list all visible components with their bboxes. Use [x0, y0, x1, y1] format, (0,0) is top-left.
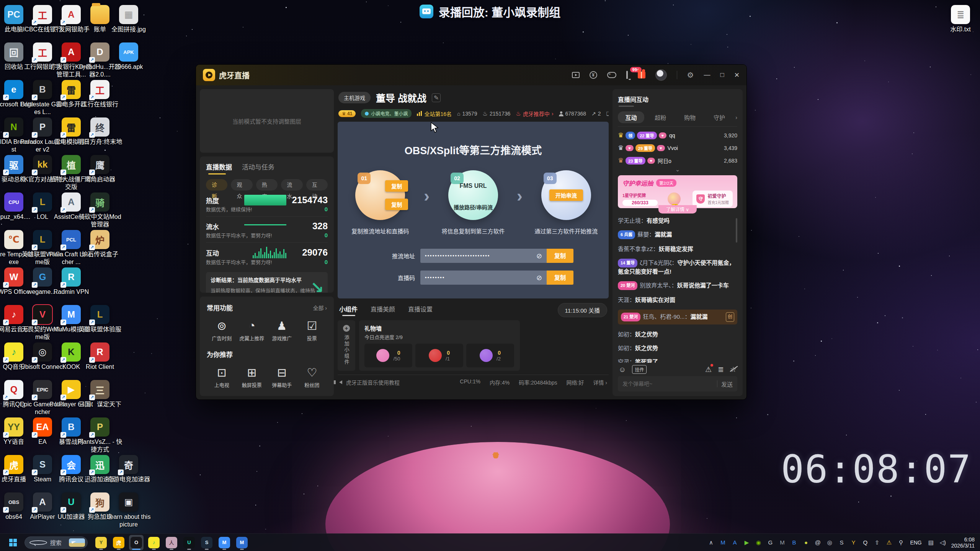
leaderboard-row-1[interactable]: ♛领22 董导♥qq3,920: [618, 129, 737, 142]
star-mute-icon[interactable]: ☆: [730, 365, 737, 374]
pill-4[interactable]: 互动: [306, 179, 328, 191]
desktop-icon-58[interactable]: ▣Learn about this picture: [106, 492, 152, 528]
pill-2[interactable]: 热度: [256, 179, 278, 191]
wave-tray[interactable]: M: [779, 539, 786, 546]
taskbar-app-uu-booster[interactable]: U: [182, 535, 196, 550]
recommended-function-0[interactable]: ⊡上电视: [207, 366, 237, 388]
vpn-warning-tray[interactable]: ⚠: [885, 539, 892, 546]
assist-tray[interactable]: A: [731, 539, 738, 546]
interaction-tab-0[interactable]: 互动: [618, 111, 644, 123]
taskbar-app-mumu-1[interactable]: M: [217, 535, 232, 550]
taskbar-app-obs[interactable]: O: [129, 535, 144, 550]
emoji-icon[interactable]: ☺: [619, 365, 626, 374]
recommended-function-2[interactable]: ⊟弹幕助手: [267, 366, 297, 388]
desktop-icon-46[interactable]: 鹰↗鹰角启动器: [77, 155, 123, 183]
category-badge[interactable]: 主机游戏: [338, 92, 371, 103]
taskbar-clock[interactable]: 6:08 2026/3/11: [951, 536, 975, 549]
income-icon[interactable]: ¥: [590, 71, 597, 79]
qq-tray[interactable]: Q: [862, 539, 869, 546]
eye-off-icon[interactable]: ⊘: [536, 274, 542, 282]
interaction-tab-2[interactable]: 购物: [677, 111, 703, 123]
chat-input[interactable]: [622, 381, 713, 387]
notifications-button[interactable]: 99+: [626, 72, 628, 78]
chat-settings-icon[interactable]: ≣: [718, 365, 724, 374]
minimize-button[interactable]: —: [704, 71, 710, 79]
tab-0[interactable]: 小组件: [339, 304, 358, 316]
bluetooth-tray[interactable]: B: [791, 539, 797, 546]
gift-tile-2[interactable]: 0/2: [466, 344, 514, 367]
desktop-icon-57[interactable]: 奇↗奇游电竞加速器: [106, 455, 152, 483]
interaction-tab-1[interactable]: 超粉: [647, 111, 674, 123]
taskbar-app-qq-music[interactable]: ♪: [147, 535, 161, 550]
chat-message-list[interactable]: 学无止境：有感觉吗6 兵酱蘇嬰：漏就漏香蕉不拿拿zZ：妖哥稳定发挥14 董导ζ月…: [618, 217, 737, 363]
copy-button[interactable]: 复制: [385, 180, 408, 192]
tray-expand[interactable]: ∧: [707, 539, 714, 546]
close-button[interactable]: ✕: [734, 71, 740, 79]
common-function-1[interactable]: ◔虎翼上推荐: [237, 319, 267, 342]
common-function-0[interactable]: ⊚广告时刻: [207, 319, 237, 342]
recommended-function-1[interactable]: ⊞触屏投票: [237, 366, 267, 388]
network-tray-icon[interactable]: ▤: [928, 539, 934, 546]
pill-0[interactable]: 诊断: [206, 179, 227, 191]
settings-gear-icon[interactable]: ⚙: [687, 70, 694, 80]
copy-field-button[interactable]: 复制: [547, 249, 573, 263]
tab-2[interactable]: 直播设置: [408, 304, 433, 316]
leaderboard-row-2[interactable]: ♛♥29 董导♥Vvoi3,439: [618, 142, 737, 154]
avatar[interactable]: [655, 69, 667, 81]
leaderboard-row-3[interactable]: ♛23 董导♥阿日o2,683: [618, 154, 737, 167]
nvidia-tray[interactable]: ◉: [755, 539, 762, 546]
maximize-button[interactable]: □: [720, 71, 724, 79]
masked-input[interactable]: ••••••••••••••••••••••••••⊘: [420, 249, 547, 263]
volume-tray-icon[interactable]: ◁): [939, 539, 946, 546]
language-indicator[interactable]: ENG: [910, 540, 921, 546]
guard-lottery-banner[interactable]: 守护幸运抽 第2/2天 1星守护奖牌 260/333 x1 守 初爱守护: [618, 175, 737, 208]
gift-icon[interactable]: [638, 72, 645, 78]
mic-tray[interactable]: ⚲: [897, 539, 904, 546]
desktop-icon-35[interactable]: R↗Radmin VPN: [48, 267, 94, 296]
pendant-button[interactable]: 挂件: [632, 365, 647, 374]
see-all-link[interactable]: 全部 ›: [313, 304, 327, 311]
masked-input[interactable]: ••••••••⊘: [420, 271, 547, 285]
music-notice[interactable]: 虎牙正版音乐使用教程: [346, 378, 400, 386]
ghub-tray[interactable]: G: [767, 539, 774, 546]
interaction-tab-3[interactable]: 守护: [706, 111, 732, 123]
collapse-chevron-icon[interactable]: ⌄: [618, 167, 737, 174]
promotion-status[interactable]: ♨虎牙推荐中›: [516, 110, 553, 117]
common-function-3[interactable]: ☑投票: [297, 319, 327, 342]
taskbar-app-huya[interactable]: 虎: [111, 535, 126, 550]
obs-tray[interactable]: ◎: [826, 539, 833, 546]
geforce-tray[interactable]: ▶: [743, 539, 750, 546]
details-link[interactable]: 详情 ›: [593, 378, 607, 386]
edit-title-icon[interactable]: ✎: [432, 93, 441, 102]
guard-offer-card[interactable]: 守 初爱守护 首充1元加赠: [693, 191, 733, 207]
stop-stream-button[interactable]: 11:15:00 关播: [558, 303, 607, 317]
desktop-icon-51[interactable]: 三↗三国：谋定天下: [77, 380, 123, 408]
common-function-2[interactable]: ♟游戏推广: [267, 319, 297, 342]
recommended-function-3[interactable]: ♡粉丝团: [297, 366, 327, 388]
chat-scrollbar[interactable]: [736, 218, 737, 243]
desktop-icon-47[interactable]: 骑↗骑砍中文站Mod管理器: [77, 192, 123, 228]
copy-field-button[interactable]: 复制: [547, 271, 573, 285]
gift-tile-0[interactable]: 0/50: [364, 344, 412, 367]
tab-1[interactable]: 直播美颜: [371, 304, 395, 316]
taskbar-app-mumu-2[interactable]: M: [235, 535, 249, 550]
add-widget-button[interactable]: + 添加小组件: [338, 320, 355, 371]
taskbar-app-gallery[interactable]: 人: [164, 535, 179, 550]
desktop-icon-45[interactable]: 终↗明日方舟:终末地: [77, 117, 123, 146]
pill-3[interactable]: 流水: [281, 179, 302, 191]
desktop-icon-48[interactable]: 炉↗炉石传说盒子: [77, 230, 123, 258]
share-button[interactable]: ❏分享: [606, 110, 609, 117]
usb-tray[interactable]: ⇧: [874, 539, 880, 546]
taskbar-app-yy-voice[interactable]: Y: [94, 535, 108, 550]
pill-1[interactable]: 观众: [231, 179, 252, 191]
start-button[interactable]: [5, 535, 21, 550]
eye-off-icon[interactable]: ⊘: [536, 252, 542, 260]
desktop-icon-56[interactable]: APK29666.apk: [106, 42, 152, 71]
guard-details-tab[interactable]: 了解详情 ∨: [658, 205, 697, 214]
desktop-icon-44[interactable]: 工↗工行在线银行: [77, 80, 123, 108]
steam-tray[interactable]: S: [838, 539, 845, 546]
taskbar-app-steam[interactable]: S: [199, 535, 214, 550]
desktop-icon-52[interactable]: P↗PlantsVsZ... - 快捷方式: [77, 417, 123, 453]
globe-tray[interactable]: ●: [802, 539, 809, 546]
taskbar-search[interactable]: 搜索: [24, 536, 88, 549]
